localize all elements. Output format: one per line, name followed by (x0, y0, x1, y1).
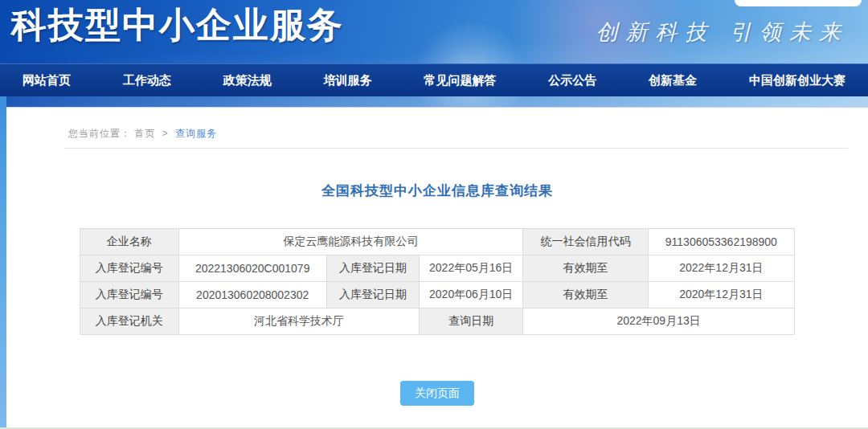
top-right-search-tab (735, 0, 862, 6)
nav-item-announcements[interactable]: 公示公告 (534, 73, 611, 88)
breadcrumb-separator: > (162, 128, 169, 139)
field-label-query-date: 查询日期 (420, 308, 523, 335)
breadcrumb-divider (64, 148, 848, 149)
field-value-registration-date: 2022年05月16日 (420, 255, 523, 282)
nav-item-faq[interactable]: 常见问题解答 (409, 73, 510, 88)
field-value-credit-code: 911306053362198900 (648, 229, 794, 255)
nav-item-policies[interactable]: 政策法规 (209, 73, 286, 88)
nav-item-innovation-fund[interactable]: 创新基金 (634, 73, 711, 88)
field-label-credit-code: 统一社会信用代码 (523, 229, 649, 255)
nav-item-innovation-contest[interactable]: 中国创新创业大赛 (735, 73, 860, 88)
field-label-valid-until: 有效期至 (523, 282, 649, 308)
site-title: 科技型中小企业服务 (11, 2, 344, 49)
breadcrumb-home-link[interactable]: 首页 (134, 128, 155, 139)
table-row: 入库登记编号 20221306020C001079 入库登记日期 2022年05… (80, 255, 795, 282)
breadcrumb: 您当前位置： 首页 > 查询服务 (68, 127, 217, 141)
breadcrumb-current-link[interactable]: 查询服务 (175, 128, 217, 139)
result-table-wrapper: 企业名称 保定云鹰能源科技有限公司 统一社会信用代码 9113060533621… (6, 228, 868, 335)
nav-item-home[interactable]: 网站首页 (8, 73, 85, 88)
field-label-registration-no: 入库登记编号 (80, 255, 179, 282)
table-row: 入库登记机关 河北省科学技术厅 查询日期 2022年09月13日 (80, 308, 795, 335)
field-label-registration-date: 入库登记日期 (326, 282, 420, 308)
field-label-registration-authority: 入库登记机关 (80, 308, 179, 335)
content-panel: 您当前位置： 首页 > 查询服务 全国科技型中小企业信息库查询结果 企业名称 保… (6, 107, 868, 426)
close-page-button[interactable]: 关闭页面 (400, 381, 474, 406)
nav-item-training[interactable]: 培训服务 (309, 73, 387, 88)
field-value-query-date: 2022年09月13日 (523, 308, 795, 335)
field-value-registration-no: 20221306020C001079 (178, 255, 326, 282)
field-label-registration-date: 入库登记日期 (326, 255, 420, 282)
field-value-valid-until: 2020年12月31日 (648, 282, 794, 308)
field-value-registration-no: 202013060208002302 (178, 282, 326, 308)
result-table: 企业名称 保定云鹰能源科技有限公司 统一社会信用代码 9113060533621… (80, 228, 795, 335)
field-label-valid-until: 有效期至 (523, 255, 649, 282)
main-navigation: 网站首页 工作动态 政策法规 培训服务 常见问题解答 公示公告 创新基金 中国创… (0, 63, 868, 96)
field-value-registration-authority: 河北省科学技术厅 (178, 308, 420, 335)
banner-slogan: 创新科技 引领未来 (596, 18, 849, 47)
nav-item-work-news[interactable]: 工作动态 (108, 73, 186, 88)
field-label-registration-no: 入库登记编号 (80, 282, 179, 308)
button-row: 关闭页面 (6, 381, 868, 406)
table-row: 入库登记编号 202013060208002302 入库登记日期 2020年06… (80, 282, 795, 308)
breadcrumb-prefix: 您当前位置： (68, 128, 131, 139)
page: 科技型中小企业服务 创新科技 引领未来 网站首页 工作动态 政策法规 培训服务 … (0, 0, 868, 429)
field-value-registration-date: 2020年06月10日 (420, 282, 523, 308)
field-value-company-name: 保定云鹰能源科技有限公司 (178, 229, 522, 255)
table-row: 企业名称 保定云鹰能源科技有限公司 统一社会信用代码 9113060533621… (80, 229, 795, 255)
field-value-valid-until: 2022年12月31日 (648, 255, 794, 282)
page-title: 全国科技型中小企业信息库查询结果 (6, 182, 868, 200)
left-edge-strip (0, 96, 6, 427)
field-label-company-name: 企业名称 (80, 229, 179, 255)
